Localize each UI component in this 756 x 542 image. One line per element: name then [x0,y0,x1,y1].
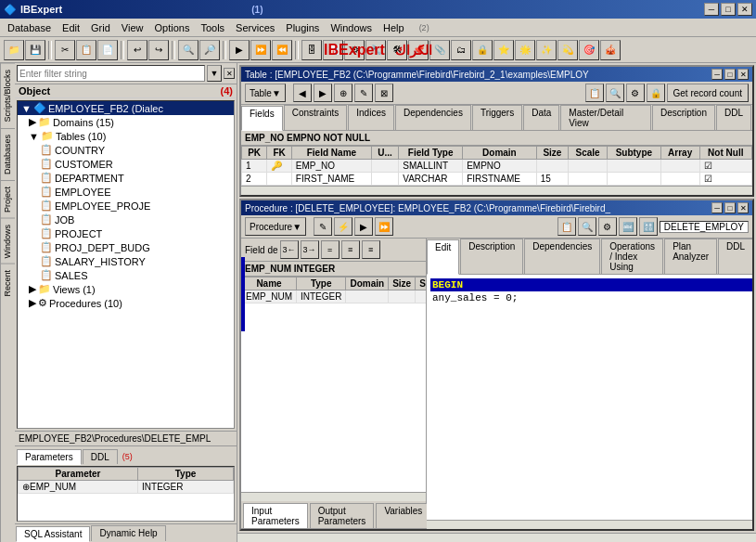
database-tree[interactable]: ▼ 🔷 EMPLOYEE_FB2 (Dialec ▶ 📁 Domains (15… [17,100,235,429]
table-btn-3[interactable]: ⊕ [334,84,352,102]
tab-edit[interactable]: Edit [427,239,459,275]
table-btn-9[interactable]: 🔒 [647,84,665,102]
params-btn-2[interactable]: 3→ [301,240,319,259]
tab-ddl[interactable]: DDL [83,449,118,464]
tab-data[interactable]: Data [523,105,559,130]
tab-dependencies[interactable]: Dependencies [395,105,471,130]
toolbar-btn-5[interactable]: 📄 [97,40,118,60]
tab-ops[interactable]: Operations / Index Using [601,239,663,274]
toolbar-btn-12[interactable]: ⚙ [344,40,365,60]
tab-desc[interactable]: Description [460,239,523,274]
tab-parameters[interactable]: Parameters [17,449,82,465]
toolbar-btn-1[interactable]: 📁 [4,40,24,60]
tree-procedures[interactable]: ▶ ⚙ Procedures (10) [18,296,234,310]
tree-domains[interactable]: ▶ 📁 Domains (15) [18,115,234,129]
code-editor[interactable]: BEGIN any_sales = 0; [427,275,752,520]
toolbar-btn-17[interactable]: 🗂 [451,40,471,60]
menu-edit[interactable]: Edit [57,20,85,35]
proc-btn-edit[interactable]: ✎ [314,217,332,236]
toolbar-btn-20[interactable]: 🌟 [515,40,535,60]
toolbar-btn-19[interactable]: ⭐ [493,40,514,60]
toolbar-btn-3[interactable]: ✂ [55,40,75,60]
tab-indices[interactable]: Indices [348,105,394,130]
tab-depend[interactable]: Dependencies [524,239,600,274]
menu-windows[interactable]: Windows [325,20,378,35]
maximize-button[interactable]: □ [721,3,736,16]
field-table-container[interactable]: Name Type Domain Size Scale Default S [241,277,426,492]
proc-dropdown-btn[interactable]: Procedure ▼ [245,217,306,236]
params-btn-5[interactable]: ≡ [362,240,380,259]
table-btn-5[interactable]: ⊠ [375,84,393,102]
field-scrollbar[interactable] [241,492,426,501]
tab-masterdetail[interactable]: Master/Detail View [560,105,651,130]
get-record-count-btn[interactable]: Get record count [667,84,749,102]
toolbar-btn-11[interactable]: ⏪ [272,40,292,60]
filter-dropdown-btn[interactable]: ▼ [207,65,222,82]
tree-salary[interactable]: 📋 SALARY_HISTORY [18,254,234,268]
table-btn-6[interactable]: 📋 [585,84,604,102]
tree-department[interactable]: 📋 DEPARTMENT [18,171,234,185]
proc-btn-7[interactable]: ⚙ [598,217,617,236]
proc-btn-9[interactable]: 🔠 [639,217,658,236]
menu-database[interactable]: Database [2,20,57,35]
sidebar-tab-scripts[interactable]: Scripts/Blocks [1,63,15,128]
tree-views[interactable]: ▶ 📁 Views (1) [18,282,234,296]
toolbar-btn-14[interactable]: 🛠 [387,40,407,60]
table-btn-1[interactable]: ◀ [293,84,312,102]
proc-btn-8[interactable]: 🔤 [619,217,637,236]
table-btn-4[interactable]: ✎ [354,84,373,102]
table-btn-8[interactable]: ⚙ [626,84,645,102]
toolbar-btn-21[interactable]: ✨ [536,40,557,60]
close-button[interactable]: ✕ [737,3,752,16]
proc-btn-run[interactable]: ▶ [354,217,373,236]
proc-btn-compile[interactable]: ⚡ [334,217,352,236]
menu-options[interactable]: Options [149,20,196,35]
tree-project[interactable]: 📋 PROJECT [18,226,234,240]
toolbar-btn-13[interactable]: 🔧 [365,40,386,60]
menu-tools[interactable]: Tools [195,20,230,35]
toolbar-btn-18[interactable]: 🔒 [472,40,493,60]
tab-output-params[interactable]: Output Parameters [310,503,375,528]
toolbar-btn-10[interactable]: ⏩ [250,40,271,60]
table-max-btn[interactable]: □ [724,69,736,80]
toolbar-btn-15[interactable]: 📌 [408,40,429,60]
sidebar-tab-windows[interactable]: Windows [1,218,15,265]
proc-btn-5[interactable]: 📋 [557,217,576,236]
toolbar-btn-16[interactable]: 📎 [429,40,450,60]
tab-plan[interactable]: Plan Analyzer [664,239,717,274]
toolbar-btn-23[interactable]: 🎯 [579,40,599,60]
tree-db-root[interactable]: ▼ 🔷 EMPLOYEE_FB2 (Dialec [18,101,234,115]
toolbar-btn-table[interactable]: 📊 [323,40,343,60]
tab-description[interactable]: Description [652,105,715,130]
params-btn-1[interactable]: 3← [280,240,299,259]
menu-plugins[interactable]: Plugins [280,20,325,35]
tree-employee-proje[interactable]: 📋 EMPLOYEE_PROJE [18,199,234,213]
tree-country[interactable]: 📋 COUNTRY [18,143,234,157]
table-btn-7[interactable]: 🔍 [606,84,624,102]
toolbar-btn-9[interactable]: ▶ [229,40,250,60]
tab-constraints[interactable]: Constraints [284,105,348,130]
sidebar-tab-recent[interactable]: Recent [1,264,15,303]
tree-job[interactable]: 📋 JOB [18,213,234,226]
menu-grid[interactable]: Grid [85,20,116,35]
tab-sql-assistant[interactable]: SQL Assistant [16,526,90,542]
tree-customer[interactable]: 📋 CUSTOMER [18,157,234,171]
sidebar-tab-project[interactable]: Project [1,180,15,218]
tree-proj-dept[interactable]: 📋 PROJ_DEPT_BUDG [18,240,234,254]
table-btn-2[interactable]: ▶ [314,84,332,102]
toolbar-btn-22[interactable]: 💫 [557,40,578,60]
table-min-btn[interactable]: ─ [711,69,723,80]
menu-services[interactable]: Services [230,20,280,35]
minimize-button[interactable]: ─ [704,3,719,16]
tab-triggers[interactable]: Triggers [472,105,522,130]
toolbar-btn-db[interactable]: 🗄 [301,40,322,60]
menu-help[interactable]: Help [378,20,410,35]
proc-btn-6[interactable]: 🔍 [578,217,596,236]
tab-variables[interactable]: Variables [376,503,430,528]
proc-min-btn[interactable]: ─ [711,202,723,213]
close-panel-btn[interactable]: ✕ [224,68,235,79]
toolbar-btn-24[interactable]: 🎪 [600,40,621,60]
table-grid-container[interactable]: PK FK Field Name U... Field Type Domain … [241,146,752,186]
tree-sales[interactable]: 📋 SALES [18,268,234,282]
params-btn-4[interactable]: ≡ [341,240,360,259]
